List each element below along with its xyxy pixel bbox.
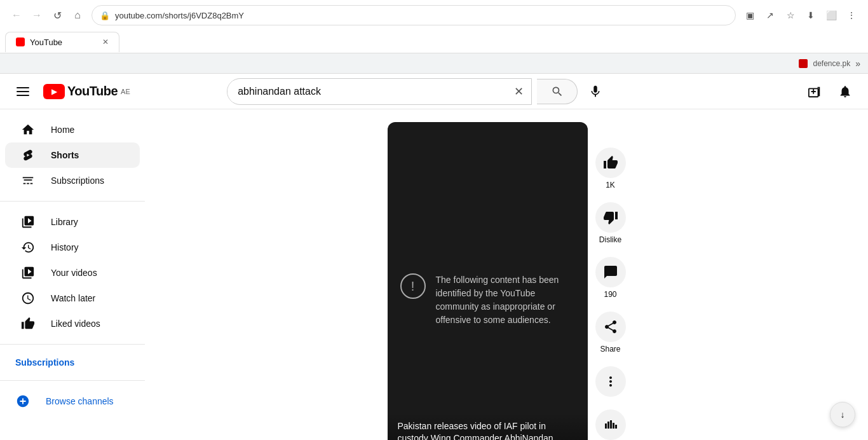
svg-rect-7	[615, 425, 617, 429]
watch-later-icon	[20, 291, 36, 306]
sidebar-item-library[interactable]: Library	[5, 209, 140, 235]
bookmark-button[interactable]: ☆	[782, 6, 799, 24]
menu-button[interactable]	[10, 79, 36, 104]
more-button[interactable]: ⋮	[843, 6, 860, 24]
warning-icon: !	[400, 273, 426, 299]
sidebar-item-liked-videos[interactable]: Liked videos	[5, 311, 140, 336]
yt-logo-text: YouTube	[67, 84, 118, 99]
dislike-button[interactable]: Dislike	[595, 202, 626, 244]
shorts-warning-row: ! The following content has been identif…	[388, 273, 588, 327]
share-button[interactable]: Share	[595, 312, 626, 354]
comments-count: 190	[604, 290, 616, 299]
svg-rect-3	[605, 423, 607, 429]
svg-rect-5	[610, 420, 612, 429]
browser-toolbar: ← → ↺ ⌂ 🔒 ▣ ↗ ☆ ⬇ ⬜ ⋮ YouTube ✕	[0, 0, 868, 53]
share-icon	[595, 312, 626, 342]
subscriptions-icon	[20, 173, 36, 188]
search-input[interactable]	[227, 81, 506, 102]
dislike-icon	[595, 202, 626, 233]
forward-button[interactable]: →	[28, 6, 46, 24]
notifications-button[interactable]	[832, 79, 858, 104]
extension-favicon	[799, 59, 808, 68]
sidebar-item-liked-videos-label: Liked videos	[51, 319, 100, 329]
yt-logo-country: AE	[121, 88, 130, 95]
yt-sidebar: Home Shorts Subscriptions	[0, 109, 145, 440]
sidebar-item-watch-later[interactable]: Watch later	[5, 285, 140, 311]
sidebar-divider-1	[0, 201, 145, 202]
create-button[interactable]	[802, 79, 827, 104]
screenshot-button[interactable]: ▣	[741, 6, 759, 24]
liked-videos-icon	[20, 316, 36, 331]
sidebar-item-history[interactable]: History	[5, 235, 140, 260]
sidebar-item-home[interactable]: Home	[5, 117, 140, 142]
shorts-container: ! The following content has been identif…	[388, 122, 626, 440]
shorts-video-wrapper: ! The following content has been identif…	[388, 122, 588, 440]
svg-rect-0	[17, 87, 29, 88]
sidebar-divider-2	[0, 344, 145, 345]
url-input[interactable]	[115, 11, 728, 20]
shorts-video-bottom: Pakistan releases video of IAF pilot in …	[388, 413, 588, 440]
yt-search-box: ✕	[227, 78, 532, 105]
sidebar-item-your-videos[interactable]: Your videos	[5, 260, 140, 285]
like-button[interactable]: 1K	[595, 148, 626, 189]
back-button[interactable]: ←	[8, 6, 25, 24]
yt-main: ! The following content has been identif…	[145, 109, 868, 440]
browse-channels-label: Browse channels	[46, 396, 114, 406]
shorts-actions: 1K Dislike	[588, 122, 626, 440]
extension-expand[interactable]: »	[855, 58, 860, 69]
comments-button[interactable]: 190	[595, 257, 626, 299]
home-icon	[20, 122, 36, 137]
yt-search-area: ✕	[227, 78, 608, 105]
yt-logo-icon	[43, 84, 65, 99]
sound-button[interactable]	[595, 409, 626, 440]
home-button[interactable]: ⌂	[69, 6, 86, 24]
yt-logo[interactable]: YouTubeAE	[43, 84, 130, 99]
more-icon	[595, 366, 626, 397]
library-icon	[20, 214, 36, 230]
yt-header-right	[802, 79, 858, 104]
search-submit-button[interactable]	[537, 79, 578, 104]
shorts-warning-text: The following content has been identifie…	[436, 273, 575, 327]
like-count: 1K	[606, 181, 615, 189]
extension-bar: defence.pk »	[0, 53, 868, 74]
shorts-icon	[20, 148, 36, 163]
yt-body: Home Shorts Subscriptions	[0, 109, 868, 440]
dislike-label: Dislike	[599, 235, 621, 244]
sidebar-item-shorts-label: Shorts	[51, 150, 79, 160]
sidebar-item-library-label: Library	[51, 217, 78, 227]
download-button[interactable]: ⬇	[802, 6, 820, 24]
shorts-video-title: Pakistan releases video of IAF pilot in …	[398, 420, 578, 440]
search-clear-button[interactable]: ✕	[506, 79, 531, 104]
sidebar-divider-3	[0, 380, 145, 381]
svg-rect-4	[607, 422, 609, 429]
sidebar-item-home-label: Home	[51, 125, 74, 135]
extension-label: defence.pk	[813, 59, 850, 68]
zoom-button[interactable]: ⬜	[822, 6, 840, 24]
share-page-button[interactable]: ↗	[761, 6, 779, 24]
shorts-video[interactable]: ! The following content has been identif…	[388, 122, 588, 440]
your-videos-icon	[20, 265, 36, 280]
sound-icon	[595, 409, 626, 440]
sidebar-item-shorts[interactable]: Shorts	[5, 142, 140, 168]
mic-button[interactable]	[583, 79, 608, 104]
add-circle-icon	[15, 394, 31, 409]
tab-label: YouTube	[30, 38, 97, 47]
history-icon	[20, 240, 36, 255]
browser-tab[interactable]: YouTube ✕	[5, 32, 119, 52]
svg-rect-2	[17, 95, 29, 96]
svg-rect-1	[17, 91, 29, 92]
browse-channels-item[interactable]: Browse channels	[0, 388, 145, 414]
svg-rect-6	[613, 423, 614, 429]
scroll-down-icon: ↓	[841, 409, 845, 420]
tab-close-icon[interactable]: ✕	[102, 38, 109, 46]
subscriptions-section-title[interactable]: Subscriptions	[0, 352, 145, 373]
comments-icon	[595, 257, 626, 287]
sidebar-item-watch-later-label: Watch later	[51, 293, 95, 303]
sidebar-item-subscriptions[interactable]: Subscriptions	[5, 168, 140, 193]
address-bar[interactable]: 🔒	[92, 5, 736, 25]
more-options-button[interactable]	[595, 366, 626, 397]
reload-button[interactable]: ↺	[48, 6, 66, 24]
share-label: Share	[600, 345, 620, 354]
sidebar-item-subscriptions-label: Subscriptions	[51, 175, 104, 186]
scroll-down-button[interactable]: ↓	[830, 402, 855, 427]
